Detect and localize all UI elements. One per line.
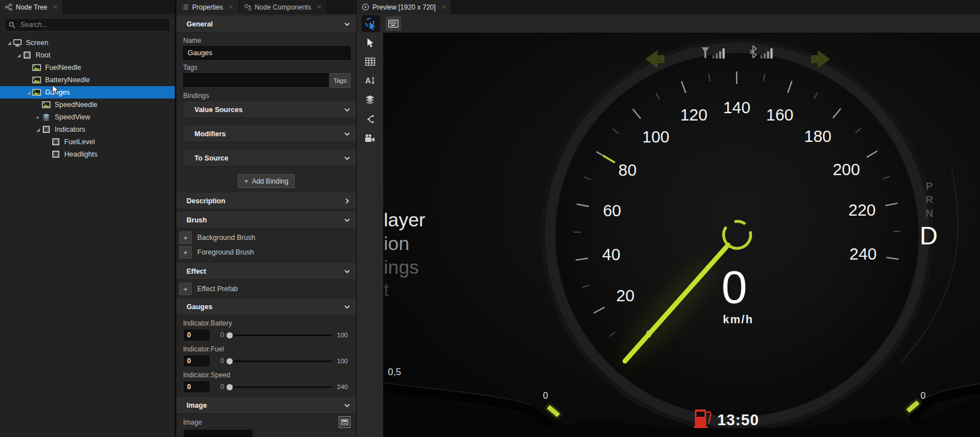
node-tree-tabbar: Node Tree ✕ (0, 0, 175, 14)
slider-indicator.fuel: 00100 (183, 355, 351, 367)
search-box[interactable] (5, 18, 170, 32)
layers-icon (42, 113, 51, 121)
chevron-down-icon (344, 304, 351, 310)
slider-value-field[interactable]: 0 (183, 329, 210, 341)
expander-open-icon[interactable]: ◢ (25, 90, 32, 95)
binding-group-modifiers[interactable]: Modifiers (184, 126, 356, 142)
tree-item-fuellevel[interactable]: FuelLevel (0, 136, 175, 148)
node-tree-panel: Node Tree ✕ ◢Screen◢RootFuelNeedleBatter… (0, 0, 175, 437)
chevron-down-icon (344, 131, 351, 137)
image-thumbnail[interactable] (184, 430, 252, 437)
add-binding-label: Add Binding (252, 177, 289, 185)
tree-item-speedview[interactable]: ▸SpeedView (0, 111, 175, 123)
effect-label: Effect Prefab (197, 285, 238, 293)
screen-icon (13, 39, 23, 47)
pointer-tool-icon[interactable] (365, 37, 375, 48)
section-effect[interactable]: Effect (176, 263, 356, 280)
connections-tool-icon[interactable] (365, 114, 375, 124)
slider-track[interactable] (228, 386, 332, 388)
tab-properties[interactable]: Properties ✕ (176, 0, 239, 14)
tree-item-gauges[interactable]: ◢Gauges (0, 86, 175, 99)
grid-tool-icon[interactable] (365, 56, 375, 67)
layers-tool-icon[interactable] (365, 95, 375, 105)
play-circle-icon (362, 3, 369, 11)
dial-number-240: 240 (849, 245, 876, 263)
bindings-label: Bindings (183, 92, 356, 100)
name-field[interactable]: Gauges (183, 46, 351, 60)
section-general[interactable]: General (176, 16, 356, 33)
frame-icon (51, 138, 61, 146)
dial-number-160: 160 (766, 106, 793, 124)
slider-value-field[interactable]: 0 (183, 381, 210, 393)
tab-node-tree[interactable]: Node Tree ✕ (0, 0, 63, 14)
section-image[interactable]: Image (176, 397, 356, 414)
tags-button[interactable]: Tags (330, 73, 351, 88)
image-picker-button[interactable] (339, 416, 351, 428)
frame-icon (23, 51, 32, 59)
slider-min-label: 0 (220, 357, 224, 365)
tab-node-components[interactable]: Node Components ✕ (239, 0, 327, 14)
expander-closed-icon[interactable]: ▸ (34, 114, 42, 120)
section-brush[interactable]: Brush (176, 212, 356, 229)
tree-item-speedneedle[interactable]: SpeedNeedle (0, 99, 175, 111)
chevron-down-icon (344, 268, 351, 275)
add-effect-button[interactable]: + (179, 283, 192, 295)
preview-viewport[interactable]: 020406080100120140160180200220240 (383, 33, 980, 437)
tree-item-fuelneedle[interactable]: FuelNeedle (0, 61, 175, 74)
tree-item-indicators[interactable]: ◢Indicators (0, 123, 175, 136)
chevron-down-icon (344, 217, 351, 224)
expander-open-icon[interactable]: ◢ (6, 41, 13, 46)
camera-tool-icon[interactable] (365, 133, 375, 144)
section-effect-label: Effect (187, 267, 206, 275)
keyboard-tool-button[interactable] (385, 16, 401, 31)
list-icon (181, 3, 189, 11)
fuel-gauge-max-label: 0,5 (388, 367, 401, 377)
slider-track[interactable] (228, 360, 332, 362)
tree-item-label: SpeedView (55, 113, 90, 121)
search-input[interactable] (19, 20, 166, 29)
close-icon[interactable]: ✕ (229, 4, 233, 10)
add-brush-button[interactable]: + (179, 246, 192, 258)
slider-track[interactable] (228, 335, 332, 336)
tree-item-label: BatteryNeedle (45, 76, 90, 84)
tab-preview[interactable]: Preview [1920 x 720] ✕ (357, 0, 451, 14)
properties-tabbar: Properties ✕ Node Components ✕ (176, 0, 356, 14)
tree-item-root[interactable]: ◢Root (0, 49, 175, 61)
close-icon[interactable]: ✕ (53, 4, 57, 10)
tree-item-batteryneedle[interactable]: BatteryNeedle (0, 74, 175, 86)
slider-indicator.speed: 00240 (183, 381, 351, 393)
section-gauges[interactable]: Gauges (176, 298, 356, 315)
gear-active: D (920, 222, 938, 249)
add-binding-button[interactable]: + Add Binding (238, 174, 294, 188)
magnifier-icon (8, 21, 16, 29)
tree-item-headlights[interactable]: Headlights (0, 148, 175, 160)
add-brush-button[interactable]: + (179, 231, 192, 244)
close-icon[interactable]: ✕ (441, 4, 446, 10)
image-icon (32, 76, 42, 84)
slider-handle[interactable] (227, 332, 233, 338)
tree-item-label: Indicators (55, 126, 85, 133)
expander-open-icon[interactable]: ◢ (34, 127, 42, 132)
menu-fragment-ion: ion (384, 233, 409, 254)
expander-open-icon[interactable]: ◢ (15, 53, 23, 58)
binding-group-value-sources[interactable]: Value Sources (184, 101, 356, 118)
binding-group-to-source[interactable]: To Source (184, 150, 356, 167)
slider-handle[interactable] (227, 384, 233, 390)
text-tool-icon[interactable]: A (365, 75, 375, 86)
preview-side-toolbar: A (357, 33, 383, 437)
tree-item-screen[interactable]: ◢Screen (0, 37, 175, 49)
tags-field[interactable] (183, 73, 329, 87)
close-icon[interactable]: ✕ (317, 4, 321, 10)
slider-label-indicator.fuel: Indicator.Fuel (183, 345, 356, 353)
slider-value-field[interactable]: 0 (183, 355, 210, 367)
section-description-label: Description (187, 197, 225, 205)
slider-handle[interactable] (227, 358, 233, 364)
tree-item-label: FuelNeedle (45, 64, 81, 72)
dial-number-60: 60 (603, 202, 621, 220)
chevron-right-icon (344, 198, 351, 204)
tree-item-label: SpeedNeedle (55, 101, 97, 109)
svg-text:A: A (365, 76, 371, 85)
click-tool-button[interactable] (362, 15, 380, 32)
dial-number-140: 140 (723, 99, 750, 117)
section-description[interactable]: Description (176, 193, 356, 209)
